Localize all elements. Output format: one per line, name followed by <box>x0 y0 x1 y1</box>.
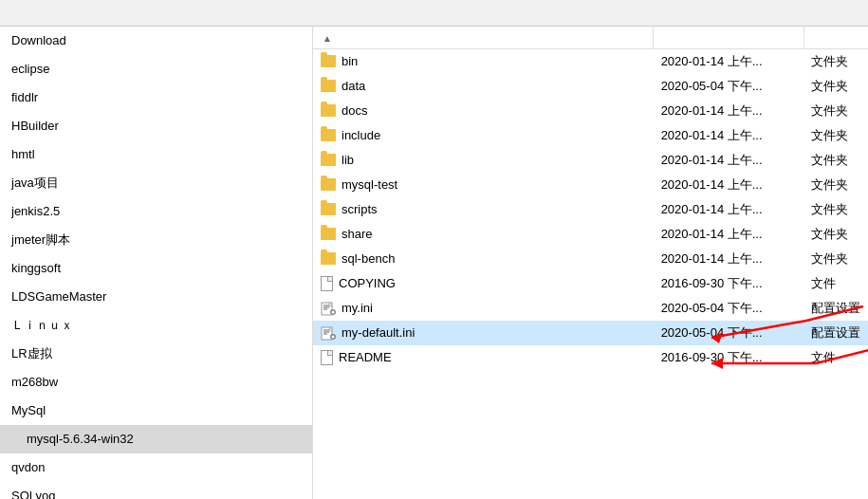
sidebar-item-fiddlr[interactable]: fiddlr <box>0 83 312 112</box>
col-modified[interactable] <box>654 27 803 49</box>
folder-icon <box>321 203 336 215</box>
file-name: my.ini <box>342 301 373 315</box>
file-name: lib <box>342 153 354 167</box>
col-type[interactable] <box>803 27 868 49</box>
sidebar: DownloadeclipsefiddlrHBuilderhmtljava项目j… <box>0 27 313 499</box>
file-modified: 2016-09-30 下午... <box>654 271 803 296</box>
sidebar-item-jmeter脚本[interactable]: jmeter脚本 <box>0 226 312 254</box>
file-type: 配置设置 <box>803 321 868 345</box>
sidebar-item-Download[interactable]: Download <box>0 27 312 55</box>
file-panel: ▲ bin2020-01-14 上午...文件夹data2020-05-04 下… <box>313 27 868 370</box>
sidebar-item-hmtl[interactable]: hmtl <box>0 140 312 169</box>
sidebar-item-qvdon[interactable]: qvdon <box>0 453 312 482</box>
folder-icon <box>321 80 336 92</box>
table-row[interactable]: docs2020-01-14 上午...文件夹 <box>313 99 868 123</box>
sidebar-item-MySql[interactable]: MySql <box>0 397 312 425</box>
file-table: ▲ bin2020-01-14 上午...文件夹data2020-05-04 下… <box>313 27 868 370</box>
table-row[interactable]: lib2020-01-14 上午...文件夹 <box>313 148 868 173</box>
file-name: my-default.ini <box>342 325 415 340</box>
sidebar-item-eclipse[interactable]: eclipse <box>0 55 312 83</box>
table-row[interactable]: include2020-01-14 上午...文件夹 <box>313 123 868 148</box>
folder-icon <box>321 178 336 191</box>
table-row[interactable]: my-default.ini2020-05-04 下午...配置设置 <box>313 321 868 345</box>
sidebar-item-mysql-5.6.34-win32[interactable]: mysql-5.6.34-win32 <box>0 425 312 453</box>
table-row[interactable]: sql-bench2020-01-14 上午...文件夹 <box>313 247 868 271</box>
file-type: 文件夹 <box>803 197 868 222</box>
folder-icon <box>321 154 336 166</box>
table-row[interactable]: bin2020-01-14 上午...文件夹 <box>313 49 868 74</box>
sort-arrow: ▲ <box>323 33 332 44</box>
file-name: COPYING <box>339 276 396 290</box>
table-row[interactable]: COPYING2016-09-30 下午...文件 <box>313 271 868 296</box>
folder-icon <box>321 104 336 117</box>
sidebar-item-LDSGameMaster[interactable]: LDSGameMaster <box>0 283 312 311</box>
file-name: docs <box>342 103 367 118</box>
breadcrumb <box>0 0 868 27</box>
sidebar-item-m268bw[interactable]: m268bw <box>0 368 312 397</box>
svg-point-13 <box>332 335 335 338</box>
file-modified: 2020-01-14 上午... <box>654 49 803 74</box>
file-type: 文件 <box>803 271 868 296</box>
file-type: 文件夹 <box>803 222 868 247</box>
table-row[interactable]: my.ini2020-05-04 下午...配置设置 <box>313 296 868 321</box>
config-icon <box>321 301 336 316</box>
file-icon <box>321 350 333 365</box>
sidebar-item-LR虚拟[interactable]: LR虚拟 <box>0 340 312 368</box>
file-modified: 2020-01-14 上午... <box>654 148 803 173</box>
sidebar-item-java项目[interactable]: java项目 <box>0 169 312 197</box>
table-row[interactable]: mysql-test2020-01-14 上午...文件夹 <box>313 173 868 197</box>
file-type: 文件夹 <box>803 173 868 197</box>
file-name: bin <box>342 54 358 68</box>
table-row[interactable]: README2016-09-30 下午...文件 <box>313 345 868 370</box>
sidebar-item-Ｌｉｎｕｘ[interactable]: Ｌｉｎｕｘ <box>0 311 312 340</box>
file-name: README <box>339 350 392 364</box>
sidebar-item-SQLyog[interactable]: SQLyog <box>0 482 312 499</box>
file-name: data <box>342 79 365 93</box>
folder-icon <box>321 228 336 240</box>
file-modified: 2020-01-14 上午... <box>654 123 803 148</box>
svg-point-6 <box>332 310 335 313</box>
file-name: share <box>342 227 373 241</box>
sidebar-item-HBuilder[interactable]: HBuilder <box>0 112 312 140</box>
file-name: mysql-test <box>342 177 397 192</box>
file-type: 文件夹 <box>803 74 868 99</box>
file-name: sql-bench <box>342 251 395 266</box>
file-icon <box>321 276 333 291</box>
file-modified: 2020-01-14 上午... <box>654 197 803 222</box>
folder-icon <box>321 55 336 67</box>
table-row[interactable]: scripts2020-01-14 上午...文件夹 <box>313 197 868 222</box>
file-modified: 2020-01-14 上午... <box>654 99 803 123</box>
file-name: scripts <box>342 202 378 216</box>
file-type: 文件夹 <box>803 99 868 123</box>
folder-icon <box>321 129 336 141</box>
sidebar-item-jenkis2.5[interactable]: jenkis2.5 <box>0 197 312 226</box>
file-modified: 2020-05-04 下午... <box>654 296 803 321</box>
file-name: include <box>342 128 380 142</box>
config-icon <box>321 325 336 341</box>
file-type: 配置设置 <box>803 296 868 321</box>
file-modified: 2020-01-14 上午... <box>654 247 803 271</box>
file-modified: 2020-05-04 下午... <box>654 321 803 345</box>
sidebar-item-kinggsoft[interactable]: kinggsoft <box>0 254 312 283</box>
file-modified: 2020-05-04 下午... <box>654 74 803 99</box>
file-modified: 2020-01-14 上午... <box>654 222 803 247</box>
file-modified: 2016-09-30 下午... <box>654 345 803 370</box>
folder-icon <box>321 252 336 265</box>
file-modified: 2020-01-14 上午... <box>654 173 803 197</box>
file-type: 文件 <box>803 345 868 370</box>
col-name[interactable]: ▲ <box>313 27 654 49</box>
table-row[interactable]: share2020-01-14 上午...文件夹 <box>313 222 868 247</box>
file-type: 文件夹 <box>803 123 868 148</box>
file-type: 文件夹 <box>803 148 868 173</box>
table-row[interactable]: data2020-05-04 下午...文件夹 <box>313 74 868 99</box>
file-type: 文件夹 <box>803 247 868 271</box>
file-type: 文件夹 <box>803 49 868 74</box>
